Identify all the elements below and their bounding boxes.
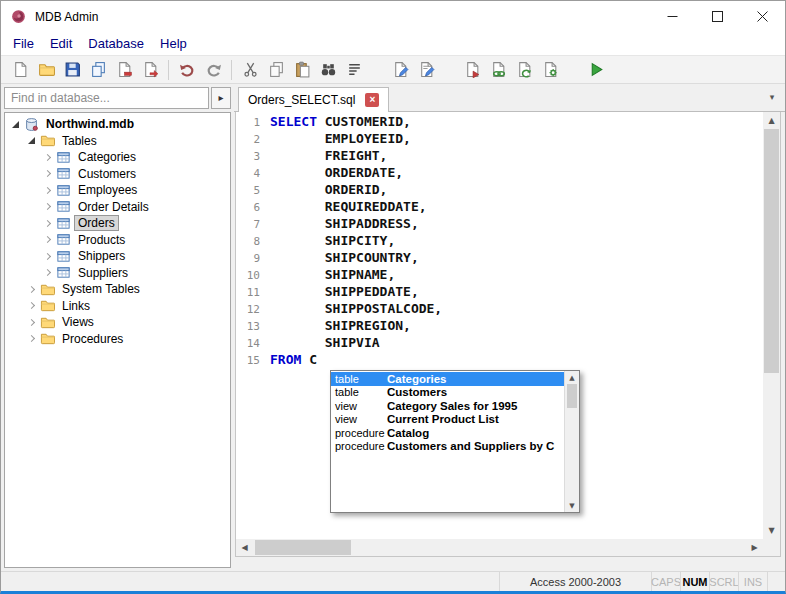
toolbar-separator xyxy=(231,60,232,80)
menu-help[interactable]: Help xyxy=(152,34,195,53)
line-number: 14 xyxy=(240,337,260,350)
tree-item-links[interactable]: Links xyxy=(5,298,230,315)
undo-button[interactable] xyxy=(174,58,200,82)
tree-arrow[interactable] xyxy=(41,270,54,275)
tree-item-order-details[interactable]: Order Details xyxy=(5,199,230,216)
menu-database[interactable]: Database xyxy=(80,34,152,53)
tree-item-products[interactable]: Products xyxy=(5,232,230,249)
find-button[interactable] xyxy=(315,58,341,82)
scroll-track[interactable] xyxy=(253,539,746,556)
tree-item-northwind-mdb[interactable]: Northwind.mdb xyxy=(5,116,230,133)
table-icon xyxy=(56,265,71,280)
editor-horizontal-scrollbar[interactable]: ◀ ▶ xyxy=(236,539,763,556)
scroll-thumb[interactable] xyxy=(567,384,577,408)
window-controls xyxy=(650,1,785,32)
scroll-track[interactable] xyxy=(763,129,780,522)
scroll-down-icon[interactable]: ▼ xyxy=(565,499,579,512)
search-go-button[interactable]: ▸ xyxy=(211,87,231,109)
tree-item-label: Northwind.mdb xyxy=(43,117,137,131)
tree-arrow[interactable] xyxy=(25,137,38,144)
save-all-button[interactable] xyxy=(85,58,111,82)
tree-arrow[interactable] xyxy=(41,254,54,259)
autocomplete-item-current-product-list[interactable]: viewCurrent Product List xyxy=(331,413,564,427)
menu-edit[interactable]: Edit xyxy=(42,34,80,53)
edit-query-button[interactable] xyxy=(413,58,439,82)
autocomplete-scrollbar[interactable]: ▲ ▼ xyxy=(564,371,579,512)
tree-item-label: Shippers xyxy=(75,249,128,263)
autocomplete-item-categories[interactable]: tableCategories xyxy=(331,372,564,386)
close-button[interactable] xyxy=(740,1,785,32)
menu-file[interactable]: File xyxy=(5,34,42,53)
linked-tables-button[interactable] xyxy=(485,58,511,82)
scroll-left-icon[interactable]: ◀ xyxy=(236,539,253,556)
line-number: 2 xyxy=(240,133,260,146)
scroll-up-icon[interactable]: ▲ xyxy=(763,112,780,129)
tree-item-orders[interactable]: Orders xyxy=(5,215,230,232)
scroll-up-icon[interactable]: ▲ xyxy=(565,371,579,384)
tree-item-employees[interactable]: Employees xyxy=(5,182,230,199)
execute-script-file-icon xyxy=(464,61,481,78)
sql-editor[interactable]: 1SELECT CUSTOMERID,2 EMPLOYEEID,3 FREIGH… xyxy=(235,112,781,557)
execute-script-file-button[interactable] xyxy=(459,58,485,82)
tree-item-system-tables[interactable]: System Tables xyxy=(5,281,230,298)
tree-arrow[interactable] xyxy=(41,188,54,193)
tree-arrow[interactable] xyxy=(41,155,54,160)
export-button[interactable] xyxy=(137,58,163,82)
table-icon xyxy=(56,166,71,181)
tree-item-suppliers[interactable]: Suppliers xyxy=(5,265,230,282)
status-caps: CAPS xyxy=(651,572,680,591)
paste-button[interactable] xyxy=(289,58,315,82)
scroll-right-icon[interactable]: ▶ xyxy=(746,539,763,556)
title-bar[interactable]: MDB Admin xyxy=(1,1,785,32)
maximize-button[interactable] xyxy=(695,1,740,32)
toolbar-group xyxy=(174,58,226,82)
tree-arrow[interactable] xyxy=(9,121,22,128)
minimize-button[interactable] xyxy=(650,1,695,32)
autocomplete-item-customers-and-suppliers-by-c[interactable]: procedureCustomers and Suppliers by C xyxy=(331,440,564,454)
editor-vertical-scrollbar[interactable]: ▲ ▼ xyxy=(763,112,780,539)
tree-item-label: Views xyxy=(59,315,97,329)
tree-item-tables[interactable]: Tables xyxy=(5,133,230,150)
tree-arrow[interactable] xyxy=(41,237,54,242)
tree-arrow[interactable] xyxy=(41,204,54,209)
tree-arrow[interactable] xyxy=(25,303,38,308)
script-button[interactable] xyxy=(341,58,367,82)
tree-arrow[interactable] xyxy=(25,287,38,292)
scroll-down-icon[interactable]: ▼ xyxy=(763,522,780,539)
tree-arrow[interactable] xyxy=(41,171,54,176)
tree-arrow[interactable] xyxy=(25,320,38,325)
new-file-button[interactable] xyxy=(7,58,33,82)
tab-orders-select-sql[interactable]: Orders_SELECT.sql × xyxy=(238,87,389,112)
open-database-button[interactable] xyxy=(33,58,59,82)
scroll-thumb[interactable] xyxy=(764,129,779,373)
import-button[interactable] xyxy=(511,58,537,82)
tree-item-views[interactable]: Views xyxy=(5,314,230,331)
cut-button[interactable] xyxy=(237,58,263,82)
autocomplete-item-catalog[interactable]: procedureCatalog xyxy=(331,426,564,440)
tree-item-categories[interactable]: Categories xyxy=(5,149,230,166)
autocomplete-item-category-sales-for-1995[interactable]: viewCategory Sales for 1995 xyxy=(331,399,564,413)
find-icon xyxy=(320,61,337,78)
tree-item-customers[interactable]: Customers xyxy=(5,166,230,183)
status-indicators: CAPSNUMSCRLINS xyxy=(651,572,767,591)
autocomplete-item-customers[interactable]: tableCustomers xyxy=(331,386,564,400)
new-query-button[interactable] xyxy=(387,58,413,82)
search-input[interactable] xyxy=(4,87,209,109)
tab-close-icon[interactable]: × xyxy=(365,93,379,107)
tree-item-shippers[interactable]: Shippers xyxy=(5,248,230,265)
redo-button[interactable] xyxy=(200,58,226,82)
scroll-thumb[interactable] xyxy=(255,540,351,555)
line-number: 9 xyxy=(240,252,260,265)
save-button[interactable] xyxy=(59,58,85,82)
tree-item-procedures[interactable]: Procedures xyxy=(5,331,230,348)
database-tree: Northwind.mdbTablesCategoriesCustomersEm… xyxy=(4,112,231,568)
tree-arrow[interactable] xyxy=(25,336,38,341)
chevron-right-icon xyxy=(28,302,35,309)
database-options-button[interactable] xyxy=(537,58,563,82)
copy-button[interactable] xyxy=(263,58,289,82)
tree-arrow[interactable] xyxy=(41,221,54,226)
run-query-button[interactable] xyxy=(583,58,609,82)
tab-list-button[interactable]: ▾ xyxy=(763,89,781,107)
close-file-button[interactable] xyxy=(111,58,137,82)
scroll-track[interactable] xyxy=(565,384,579,499)
